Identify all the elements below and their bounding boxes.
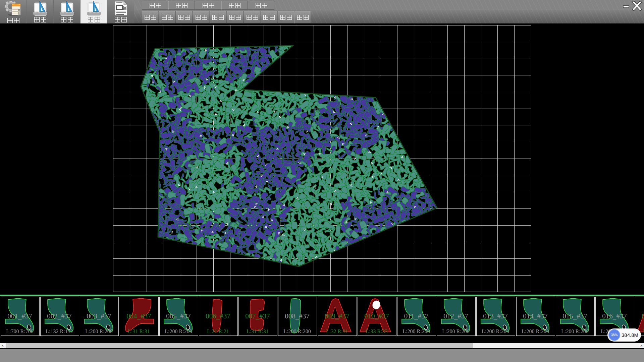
svg-text:005_#37: 005_#37	[166, 312, 191, 320]
svg-text:L:200 R:200: L:200 R:200	[85, 328, 112, 334]
svg-text:L:200 R:200: L:200 R:200	[283, 328, 311, 334]
svg-text:006_#37: 006_#37	[206, 312, 230, 320]
svg-text:007_#37: 007_#37	[245, 312, 270, 320]
svg-text:L:700 R:700: L:700 R:700	[6, 328, 33, 334]
svg-text:014_#37: 014_#37	[523, 312, 548, 320]
svg-text:010_#37: 010_#37	[364, 312, 389, 320]
svg-text:L:200 R:200: L:200 R:200	[442, 328, 469, 334]
svg-text:017_#37: 017_#37	[642, 312, 644, 320]
svg-text:L:200 R:200: L:200 R:200	[165, 328, 192, 334]
svg-text:L:31 R:31: L:31 R:31	[128, 328, 150, 334]
svg-text:001_#37: 001_#37	[7, 312, 32, 320]
svg-text:009_#37: 009_#37	[325, 312, 350, 320]
svg-text:L:132 R:132: L:132 R:132	[46, 328, 73, 334]
svg-text:L:33 R:33: L:33 R:33	[366, 328, 387, 334]
svg-text:L:200 R:200: L:200 R:200	[522, 328, 549, 334]
svg-text:004_#37: 004_#37	[126, 312, 151, 320]
svg-text:L:200 R:200: L:200 R:200	[561, 328, 588, 334]
svg-text:L:32 R:31: L:32 R:31	[326, 328, 348, 334]
svg-text:008_#37: 008_#37	[285, 312, 310, 320]
svg-text:016_#37: 016_#37	[602, 312, 627, 320]
svg-text:L:200 R:200: L:200 R:200	[402, 328, 430, 334]
svg-text:013_#37: 013_#37	[483, 312, 508, 320]
svg-text:011_#37: 011_#37	[404, 312, 429, 320]
svg-text:L:200 R:200: L:200 R:200	[482, 328, 509, 334]
svg-text:003_#37: 003_#37	[87, 312, 111, 320]
svg-text:012_#37: 012_#37	[443, 312, 468, 320]
svg-text:L:21 R:21: L:21 R:21	[207, 328, 229, 334]
svg-text:002_#37: 002_#37	[47, 312, 72, 320]
svg-text:015_#37: 015_#37	[562, 312, 587, 320]
svg-text:L:31 R:31: L:31 R:31	[247, 328, 268, 334]
